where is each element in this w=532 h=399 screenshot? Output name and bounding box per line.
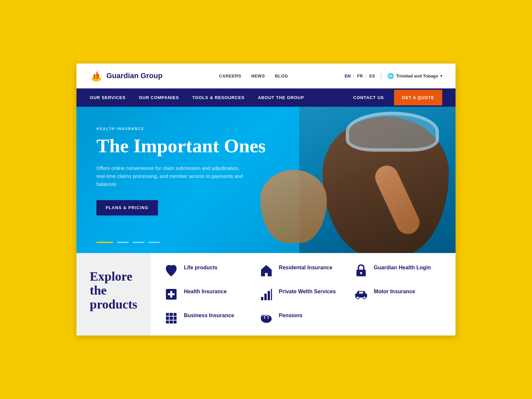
logo-text: Guardian Group [106, 71, 163, 80]
guardian-health-login-icon [354, 263, 368, 278]
life-products-icon [164, 263, 179, 278]
child-head-shape [260, 170, 327, 243]
svg-rect-18 [166, 313, 177, 324]
svg-point-16 [363, 296, 366, 299]
region-label: Trinidad and Tobago [396, 73, 438, 78]
svg-rect-11 [264, 294, 267, 300]
carousel-dot-4[interactable] [148, 242, 160, 243]
hero-description: Offers online convenience for claim subm… [96, 164, 249, 188]
business-insurance-label: Business Insurance [184, 312, 234, 319]
carousel-dots [96, 242, 160, 243]
svg-marker-2 [261, 265, 272, 276]
hero-title: The Important Ones [96, 136, 266, 156]
lang-en[interactable]: EN [344, 73, 350, 78]
residential-insurance-label: Residental Insurance [279, 264, 332, 271]
region-selector[interactable]: 🌐 Trinidad and Tobago ▾ [387, 73, 442, 79]
blog-link[interactable]: BLOG [275, 73, 288, 78]
glasses-shape [346, 112, 439, 152]
hero-content: HEALTH INSURANCE The Important Ones Offe… [96, 127, 266, 215]
product-private-wealth[interactable]: Private Welth Services [259, 287, 347, 302]
hero-tag: HEALTH INSURANCE [96, 127, 266, 131]
carousel-dot-3[interactable] [133, 242, 144, 243]
svg-rect-9 [168, 293, 175, 295]
contact-us-link[interactable]: CONTACT US [353, 95, 394, 100]
hero-section: HEALTH INSURANCE The Important Ones Offe… [76, 107, 456, 253]
business-insurance-icon [164, 311, 179, 326]
product-residential-insurance[interactable]: Residental Insurance [259, 263, 347, 278]
products-section: Exploretheproducts Life products [76, 253, 456, 335]
product-life-products[interactable]: Life products [164, 263, 252, 278]
top-right: EN | FR | ES | 🌐 Trinidad and Tobago ▾ [344, 72, 442, 80]
svg-rect-13 [271, 289, 272, 300]
product-health-insurance[interactable]: Health Insurance [164, 287, 252, 302]
nav-bar: OUR SERVICES OUR COMPANIES TOOLS & RESOU… [76, 88, 456, 107]
pensions-icon [259, 311, 274, 326]
svg-rect-17 [359, 292, 363, 294]
explore-header: Exploretheproducts [76, 253, 151, 335]
top-links: CAREERS NEWS BLOG [219, 73, 288, 78]
lang-es[interactable]: ES [369, 73, 375, 78]
svg-rect-10 [261, 297, 263, 300]
residential-insurance-icon [259, 263, 274, 278]
logo-area[interactable]: Guardian Group [90, 70, 163, 82]
nav-left: OUR SERVICES OUR COMPANIES TOOLS & RESOU… [90, 95, 304, 100]
carousel-dot-1[interactable] [96, 242, 113, 243]
hero-cta-button[interactable]: PLANS & PRICING [96, 200, 158, 215]
globe-icon: 🌐 [387, 73, 394, 79]
svg-rect-12 [268, 291, 270, 300]
svg-rect-6 [361, 273, 361, 275]
products-grid: Life products Residental Insurance [151, 253, 456, 335]
product-pensions[interactable]: Pensions [259, 311, 347, 326]
browser-window: Guardian Group CAREERS NEWS BLOG EN | FR… [76, 64, 456, 335]
svg-rect-3 [264, 266, 265, 266]
nav-about-group[interactable]: ABOUT THE GROUP [258, 95, 304, 100]
carousel-dot-2[interactable] [117, 242, 129, 243]
private-wealth-label: Private Welth Services [279, 288, 336, 295]
motor-insurance-label: Motor Insurance [374, 288, 415, 295]
careers-link[interactable]: CAREERS [219, 73, 241, 78]
explore-title: Exploretheproducts [90, 270, 137, 311]
nav-tools-resources[interactable]: TOOLS & RESOURCES [192, 95, 244, 100]
guardian-health-login-label: Guardian Health Login [374, 264, 431, 271]
product-motor-insurance[interactable]: Motor Insurance [354, 287, 442, 302]
product-guardian-health-login[interactable]: Guardian Health Login [354, 263, 442, 278]
nav-our-companies[interactable]: OUR COMPANIES [139, 95, 179, 100]
chevron-down-icon: ▾ [440, 74, 442, 78]
health-insurance-icon [164, 287, 179, 302]
nav-right: CONTACT US GET A QUOTE [353, 90, 442, 105]
get-quote-button[interactable]: GET A QUOTE [394, 90, 442, 105]
top-bar: Guardian Group CAREERS NEWS BLOG EN | FR… [76, 64, 456, 88]
logo-flame-icon [90, 70, 103, 82]
motor-insurance-icon [354, 287, 368, 302]
nav-our-services[interactable]: OUR SERVICES [90, 95, 126, 100]
life-products-label: Life products [184, 264, 217, 271]
pensions-label: Pensions [279, 312, 303, 319]
svg-point-15 [356, 296, 359, 299]
health-insurance-label: Health Insurance [184, 288, 227, 295]
hero-photo [247, 107, 456, 253]
language-selector: EN | FR | ES [344, 73, 375, 78]
lang-fr[interactable]: FR [357, 73, 363, 78]
private-wealth-icon [259, 287, 274, 302]
news-link[interactable]: NEWS [251, 73, 265, 78]
product-business-insurance[interactable]: Business Insurance [164, 311, 252, 326]
